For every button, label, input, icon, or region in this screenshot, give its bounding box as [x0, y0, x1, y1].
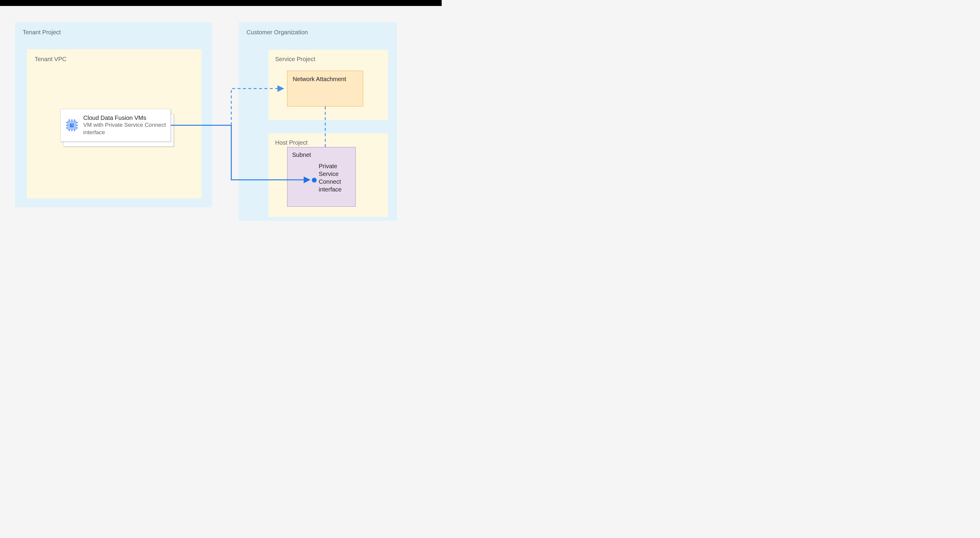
- service-project-box: Service Project Network Attachment: [269, 50, 388, 120]
- psc-interface-dot: [312, 178, 317, 183]
- tenant-project-box: Tenant Project Tenant VPC: [15, 22, 212, 207]
- top-black-bar: [0, 0, 442, 6]
- host-project-label: Host Project: [275, 139, 381, 146]
- vm-card-title: Cloud Data Fusion VMs: [83, 114, 166, 121]
- tenant-vpc-label: Tenant VPC: [35, 56, 194, 63]
- subnet-label: Subnet: [292, 151, 351, 158]
- compute-engine-icon: [65, 118, 79, 132]
- service-project-label: Service Project: [275, 56, 381, 63]
- psc-interface-label: Private Service Connect interface: [319, 162, 355, 193]
- tenant-project-label: Tenant Project: [23, 29, 204, 36]
- vm-card-stack: Cloud Data Fusion VMs VM with Private Se…: [60, 109, 174, 144]
- network-attachment-box: Network Attachment: [287, 71, 363, 106]
- customer-organization-box: Customer Organization Service Project Ne…: [239, 22, 397, 221]
- customer-organization-label: Customer Organization: [247, 29, 389, 36]
- vm-card-subtitle: VM with Private Service Connect interfac…: [83, 121, 166, 136]
- network-attachment-label: Network Attachment: [293, 76, 346, 82]
- host-project-box: Host Project Subnet Private Service Conn…: [269, 133, 388, 217]
- tenant-vpc-box: Tenant VPC: [27, 49, 201, 198]
- subnet-box: Subnet Private Service Connect interface: [287, 147, 356, 207]
- vm-card-text: Cloud Data Fusion VMs VM with Private Se…: [83, 114, 166, 136]
- vm-card: Cloud Data Fusion VMs VM with Private Se…: [60, 109, 171, 142]
- diagram-canvas: Tenant Project Tenant VPC: [0, 6, 442, 243]
